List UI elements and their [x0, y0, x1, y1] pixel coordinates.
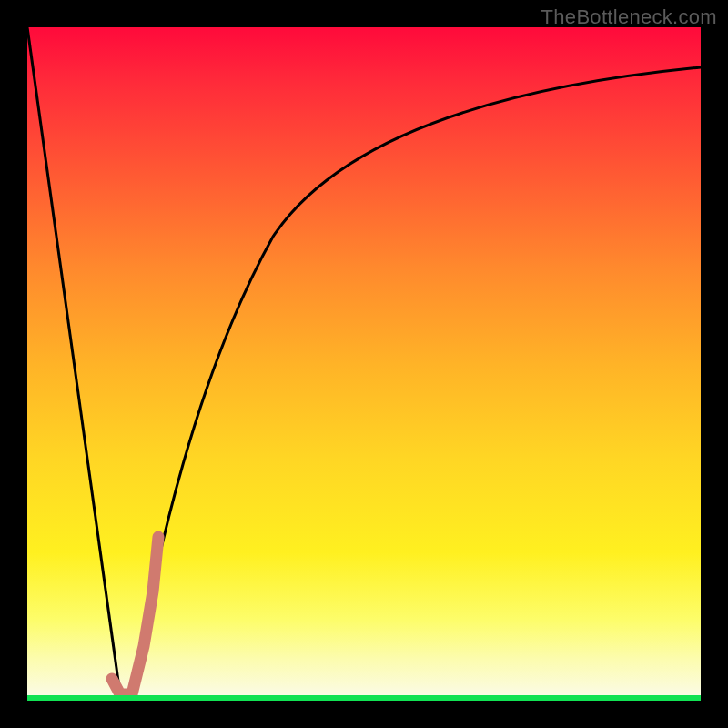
- curve-layer: [27, 27, 701, 701]
- watermark-text: TheBottleneck.com: [541, 5, 717, 29]
- chart-frame: TheBottleneck.com: [0, 0, 728, 728]
- elbow-marker: [112, 537, 158, 694]
- plot-area: [27, 27, 701, 701]
- baseline: [27, 695, 701, 701]
- left-slope: [27, 27, 120, 694]
- right-curve: [132, 67, 701, 694]
